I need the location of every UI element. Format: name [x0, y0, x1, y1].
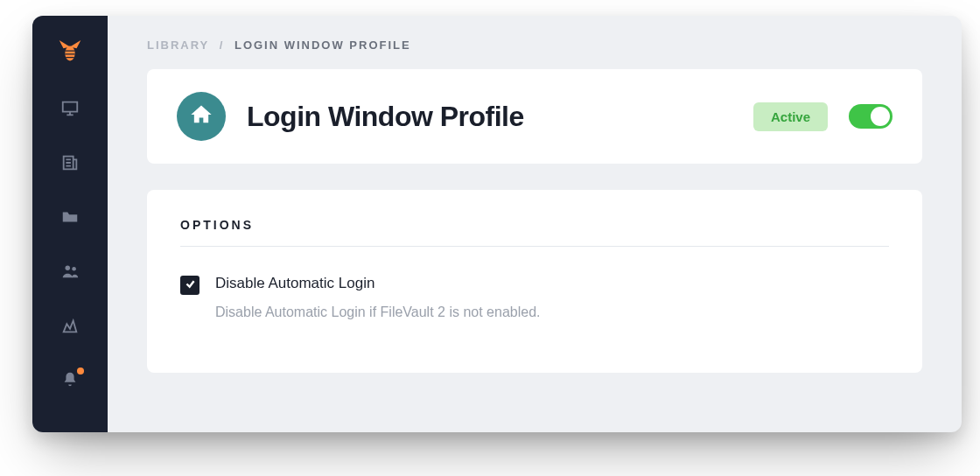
- breadcrumb: LIBRARY / LOGIN WINDOW PROFILE: [147, 38, 922, 52]
- option-text: Disable Automatic Login Disable Automati…: [215, 275, 540, 320]
- sidebar-item-news[interactable]: [58, 152, 82, 177]
- app-window: LIBRARY / LOGIN WINDOW PROFILE Login Win…: [32, 16, 962, 432]
- bell-icon: [60, 370, 80, 393]
- breadcrumb-current: LOGIN WINDOW PROFILE: [234, 38, 411, 52]
- sidebar: [32, 16, 108, 432]
- options-card: OPTIONS Disable Automatic Login Disable …: [147, 190, 922, 373]
- news-icon: [60, 153, 80, 176]
- sidebar-item-monitor[interactable]: [58, 98, 82, 122]
- svg-point-0: [65, 46, 74, 61]
- notification-dot: [77, 368, 84, 374]
- breadcrumb-library[interactable]: LIBRARY: [147, 38, 209, 52]
- sidebar-item-bell[interactable]: [58, 369, 82, 394]
- options-heading: OPTIONS: [180, 218, 889, 247]
- logo-bee-icon: [55, 38, 85, 68]
- toggle-knob: [871, 107, 890, 126]
- breadcrumb-separator: /: [220, 38, 225, 52]
- option-description: Disable Automatic Login if FileVault 2 i…: [215, 304, 540, 320]
- main-content: LIBRARY / LOGIN WINDOW PROFILE Login Win…: [108, 16, 962, 432]
- option-label: Disable Automatic Login: [215, 275, 540, 292]
- status-badge: Active: [753, 102, 828, 131]
- check-icon: [185, 277, 196, 293]
- folder-icon: [60, 207, 80, 230]
- svg-point-5: [72, 267, 76, 271]
- home-icon: [189, 102, 214, 130]
- sidebar-item-users[interactable]: [58, 261, 82, 285]
- profile-icon-circle: [177, 92, 226, 141]
- profile-header-card: Login Window Profile Active: [147, 69, 922, 164]
- monitor-icon: [60, 99, 80, 122]
- page-title: Login Window Profile: [247, 101, 732, 133]
- analytics-icon: [60, 316, 80, 339]
- checkbox-disable-auto-login[interactable]: [180, 276, 200, 295]
- status-toggle[interactable]: [849, 104, 892, 129]
- sidebar-item-analytics[interactable]: [58, 315, 82, 340]
- sidebar-item-folder[interactable]: [58, 206, 82, 231]
- svg-point-4: [66, 266, 71, 271]
- option-row-disable-auto-login: Disable Automatic Login Disable Automati…: [180, 275, 889, 320]
- users-icon: [60, 262, 80, 284]
